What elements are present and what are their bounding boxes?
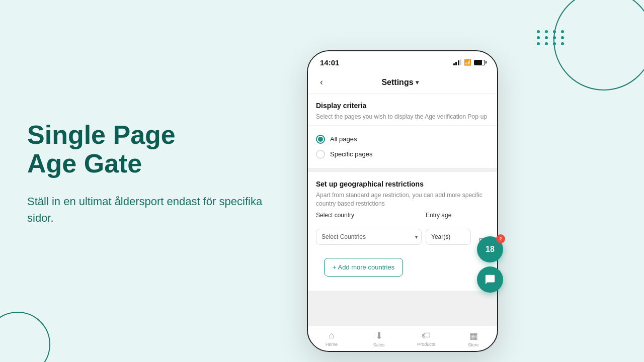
entry-age-input[interactable] — [426, 229, 471, 245]
left-content: Single Page Age Gate Ställ in en ultimat… — [27, 121, 289, 226]
radio-all-pages[interactable]: All pages — [316, 132, 489, 147]
radio-specific-pages-label: Specific pages — [330, 150, 373, 158]
tab-store-label: Store — [468, 342, 479, 347]
country-select-wrapper: Select Countries ▾ — [316, 229, 422, 245]
status-bar: 14:01 📶 — [308, 51, 497, 71]
country-field-label: Select country — [316, 212, 422, 219]
country-select[interactable]: Select Countries — [316, 229, 422, 245]
subtitle-text: Ställ in en ultimat åldersport endast fö… — [27, 193, 289, 226]
phone-mockup: 14:01 📶 ‹ Settings ▾ — [307, 50, 498, 352]
nav-title: Settings ▾ — [327, 78, 473, 87]
radio-all-pages-circle[interactable] — [316, 135, 325, 144]
floating-chat-button[interactable] — [477, 266, 503, 293]
tab-bar: ⌂ Home ⬇ Sales 🏷 Products ▦ Store — [308, 326, 497, 351]
badge-notification-count: 2 — [496, 234, 505, 243]
radio-group: All pages Specific pages — [308, 126, 497, 168]
display-criteria-header: Display criteria Select the pages you wi… — [308, 94, 497, 126]
dropdown-arrow-icon[interactable]: ▾ — [416, 79, 419, 86]
add-countries-button[interactable]: + Add more countries — [324, 258, 403, 277]
status-time: 14:01 — [320, 58, 339, 67]
store-icon: ▦ — [469, 330, 478, 341]
geo-title: Set up geographical restrictions — [316, 180, 489, 188]
phone-frame: 14:01 📶 ‹ Settings ▾ — [307, 50, 498, 352]
radio-specific-pages[interactable]: Specific pages — [316, 147, 489, 162]
content-area: Display criteria Select the pages you wi… — [308, 94, 497, 326]
country-entry-row: Select Countries ▾ — [308, 222, 497, 252]
status-icons: 📶 — [453, 59, 486, 66]
entry-field-label: Entry age — [426, 212, 471, 219]
products-icon: 🏷 — [422, 330, 431, 341]
tab-store[interactable]: ▦ Store — [450, 330, 497, 347]
main-title: Single Page Age Gate — [27, 121, 289, 178]
field-labels-row: Select country Entry age — [308, 212, 497, 222]
geo-header: Set up geographical restrictions Apart f… — [308, 172, 497, 212]
tab-home-label: Home — [326, 342, 338, 347]
geo-desc: Apart from standard age restriction, you… — [316, 191, 489, 208]
tab-sales[interactable]: ⬇ Sales — [355, 330, 403, 347]
sales-icon: ⬇ — [375, 330, 383, 341]
wifi-icon: 📶 — [464, 59, 471, 66]
radio-all-pages-label: All pages — [330, 135, 357, 143]
nav-bar: ‹ Settings ▾ — [308, 71, 497, 94]
display-criteria-title: Display criteria — [316, 102, 489, 110]
battery-icon — [474, 60, 485, 65]
radio-specific-pages-circle[interactable] — [316, 150, 325, 159]
back-button[interactable]: ‹ — [316, 75, 327, 89]
decorative-dots — [537, 30, 566, 45]
geo-section-card: Set up geographical restrictions Apart f… — [308, 172, 497, 291]
home-icon: ⌂ — [329, 330, 335, 341]
decorative-circle-bottom-left — [0, 312, 50, 362]
floating-age-badge[interactable]: 18 2 — [477, 236, 503, 262]
tab-home[interactable]: ⌂ Home — [308, 330, 355, 347]
tab-sales-label: Sales — [373, 342, 385, 347]
tab-products-label: Products — [417, 342, 435, 347]
display-criteria-card: Display criteria Select the pages you wi… — [308, 94, 497, 168]
tab-products[interactable]: 🏷 Products — [403, 330, 450, 347]
display-criteria-desc: Select the pages you wish to display the… — [316, 113, 489, 121]
signal-icon — [453, 59, 462, 65]
entry-age-wrapper — [426, 229, 471, 245]
radio-all-pages-dot — [318, 137, 323, 142]
decorative-circle-top-right — [553, 0, 644, 90]
